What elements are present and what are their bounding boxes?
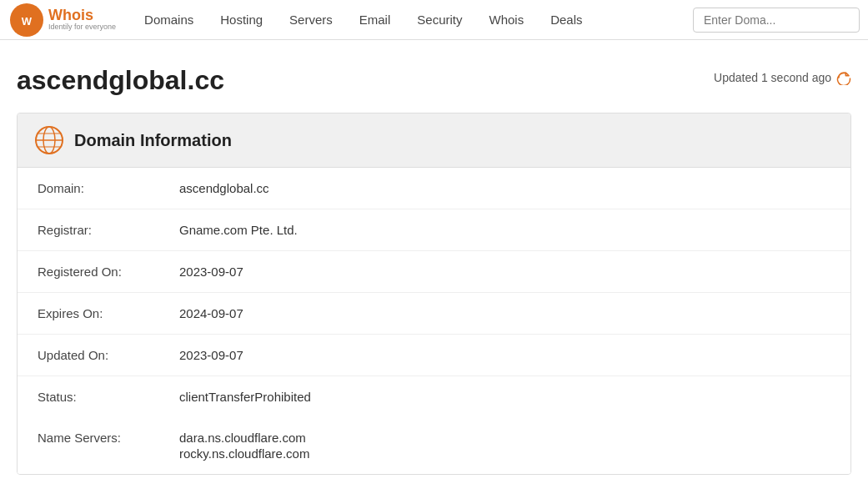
svg-text:W: W [22, 15, 33, 28]
value-status: clientTransferProhibited [179, 390, 311, 404]
info-row-expires-on: Expires On: 2024-09-07 [18, 293, 850, 335]
value-registrar: Gname.com Pte. Ltd. [179, 223, 298, 237]
nav-item-servers[interactable]: Servers [278, 1, 344, 38]
nav-item-security[interactable]: Security [405, 1, 474, 38]
main-content: ascendglobal.cc Updated 1 second ago Dom… [0, 40, 868, 491]
nav-item-deals[interactable]: Deals [539, 1, 594, 38]
search-input[interactable] [693, 8, 860, 33]
label-updated-on: Updated On: [38, 348, 179, 362]
logo-tagline: Identily for everyone [48, 23, 116, 32]
label-registrar: Registrar: [38, 223, 179, 237]
value-registered-on: 2023-09-07 [179, 265, 243, 279]
value-updated-on: 2023-09-07 [179, 348, 243, 362]
info-row-registrar: Registrar: Gname.com Pte. Ltd. [18, 209, 850, 251]
info-row-registered-on: Registered On: 2023-09-07 [18, 251, 850, 293]
main-nav: Domains Hosting Servers Email Security W… [133, 1, 693, 38]
info-rows-container: Domain: ascendglobal.cc Registrar: Gname… [18, 168, 850, 417]
card-body: Domain: ascendglobal.cc Registrar: Gname… [18, 168, 850, 474]
info-row-domain: Domain: ascendglobal.cc [18, 168, 850, 209]
logo[interactable]: W Whois Identily for everyone [8, 2, 116, 38]
refresh-icon[interactable] [836, 70, 851, 85]
domain-info-card: Domain Information Domain: ascendglobal.… [17, 113, 851, 475]
value-expires-on: 2024-09-07 [179, 306, 243, 320]
nav-item-email[interactable]: Email [348, 1, 403, 38]
name-server-2: rocky.ns.cloudflare.com [179, 446, 309, 461]
nav-item-whois[interactable]: Whois [477, 1, 535, 38]
name-servers-row: Name Servers: dara.ns.cloudflare.com roc… [18, 417, 850, 474]
info-row-status: Status: clientTransferProhibited [18, 376, 850, 417]
info-row-updated-on: Updated On: 2023-09-07 [18, 335, 850, 376]
header: W Whois Identily for everyone Domains Ho… [0, 0, 868, 40]
nav-item-domains[interactable]: Domains [133, 1, 205, 38]
name-servers-values: dara.ns.cloudflare.com rocky.ns.cloudfla… [179, 431, 309, 461]
domain-title: ascendglobal.cc [17, 65, 224, 96]
label-registered-on: Registered On: [38, 265, 179, 279]
card-header-title: Domain Information [74, 131, 232, 150]
updated-text: Updated 1 second ago [714, 71, 831, 84]
logo-text: Whois [48, 8, 116, 24]
card-header: Domain Information [18, 113, 850, 168]
www-icon [34, 125, 64, 155]
label-expires-on: Expires On: [38, 306, 179, 320]
nav-item-hosting[interactable]: Hosting [208, 1, 274, 38]
value-domain: ascendglobal.cc [179, 181, 269, 195]
updated-row: Updated 1 second ago [714, 70, 851, 85]
label-domain: Domain: [38, 181, 179, 195]
name-servers-label: Name Servers: [38, 431, 179, 445]
logo-icon: W [8, 2, 45, 38]
name-server-1: dara.ns.cloudflare.com [179, 431, 309, 445]
label-status: Status: [38, 390, 179, 404]
